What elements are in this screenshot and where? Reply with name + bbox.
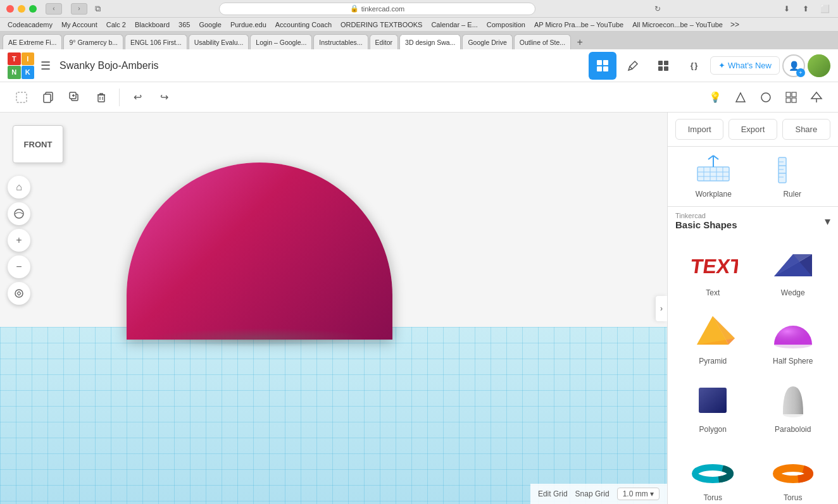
minimize-button[interactable]	[18, 5, 25, 13]
tab-instructables[interactable]: Instructables...	[313, 34, 368, 49]
whats-new-button[interactable]: ✦ What's New	[710, 56, 780, 75]
svg-rect-7	[664, 66, 668, 71]
bookmark-blackboard[interactable]: Blackboard	[131, 20, 173, 29]
project-name[interactable]: Swanky Bojo-Amberis	[59, 60, 159, 71]
tools-button[interactable]	[619, 52, 647, 80]
svg-rect-6	[658, 66, 663, 71]
share-button[interactable]: Share	[782, 119, 830, 140]
new-shape-button[interactable]	[10, 86, 33, 109]
duplicate-button[interactable]	[63, 86, 86, 109]
light-button[interactable]: 💡	[704, 86, 727, 109]
align-button[interactable]	[805, 86, 828, 109]
fit-view-button[interactable]	[8, 282, 30, 305]
redo-button[interactable]: ↪	[153, 86, 175, 109]
shape-text[interactable]: TEXT Text	[675, 238, 751, 301]
circle-outline-button[interactable]	[754, 86, 777, 109]
bookmark-codeacademy[interactable]: Codeacademy	[4, 20, 56, 29]
svg-point-19	[761, 93, 770, 102]
shape-pyramid-label: Pyramid	[699, 357, 727, 366]
import-button[interactable]: Import	[675, 119, 723, 140]
shape-torus-label: Torus	[704, 493, 722, 502]
collapse-panel-button[interactable]: ›	[656, 296, 667, 321]
bookmark-calendar[interactable]: Calendar – E...	[427, 20, 481, 29]
bookmark-ordering[interactable]: ORDERING TEXTBOOKS	[337, 20, 426, 29]
bookmark-microecon[interactable]: All Microecon...be – YouTube	[628, 20, 727, 29]
edit-grid-label[interactable]: Edit Grid	[538, 489, 568, 498]
tab-editor[interactable]: Editor	[370, 34, 398, 49]
logo-i: I	[22, 52, 35, 66]
shape-wedge[interactable]: Wedge	[756, 238, 831, 301]
bookmark-google[interactable]: Google	[195, 20, 225, 29]
share-os-icon[interactable]: ⬆	[799, 3, 813, 15]
shape-half-sphere[interactable]: Half Sphere	[756, 306, 831, 369]
back-button[interactable]: ‹	[46, 3, 62, 15]
toolbar-right: 💡	[704, 86, 828, 109]
shape-torus[interactable]: Torus	[675, 443, 751, 504]
components-button[interactable]	[649, 52, 677, 80]
new-tab-button[interactable]: +	[572, 35, 587, 49]
tab-engl[interactable]: ENGL 106 First...	[125, 34, 187, 49]
workplane-tool[interactable]: Workplane	[688, 154, 739, 199]
bookmark-composition[interactable]: Composition	[483, 20, 529, 29]
tab-outline[interactable]: Outline of Ste...	[514, 34, 571, 49]
close-button[interactable]	[6, 5, 14, 13]
right-panel: Import Export Share	[667, 113, 838, 504]
tinkercad-logo[interactable]: T I N K	[8, 52, 34, 79]
export-button[interactable]: Export	[729, 119, 777, 140]
copy-button[interactable]	[37, 86, 59, 109]
ruler-icon	[773, 154, 811, 186]
user-avatar[interactable]	[808, 54, 830, 77]
tab-login-google[interactable]: Login – Google...	[250, 34, 312, 49]
shape-outline-button[interactable]	[729, 86, 752, 109]
zoom-in-button[interactable]: +	[8, 229, 30, 252]
reload-button[interactable]: ↻	[651, 3, 665, 15]
code-button[interactable]: { }	[680, 52, 708, 80]
address-bar[interactable]: 🔒 tinkercad.com	[219, 3, 535, 15]
panel-tools: Workplane Ruler	[668, 147, 838, 207]
grid-toggle-button[interactable]	[780, 86, 803, 109]
grid-view-button[interactable]	[589, 52, 616, 80]
grid-overlay	[0, 327, 667, 504]
undo-button[interactable]: ↩	[126, 86, 149, 109]
shape-paraboloid[interactable]: Paraboloid	[756, 374, 831, 438]
bookmark-calc2[interactable]: Calc 2	[103, 20, 130, 29]
shapes-header: Tinkercad Basic Shapes ▾	[668, 207, 838, 233]
orbit-button[interactable]	[8, 202, 30, 225]
zoom-out-button[interactable]: −	[8, 255, 30, 278]
download-icon[interactable]: ⬇	[780, 3, 794, 15]
forward-button[interactable]: ›	[71, 3, 87, 15]
shape-pyramid[interactable]: Pyramid	[675, 306, 751, 369]
tab-ae-extreme[interactable]: AE Extreme Fi...	[3, 34, 62, 49]
url-text: tinkercad.com	[361, 5, 404, 13]
bookmark-365[interactable]: 365	[175, 20, 194, 29]
viewport[interactable]: FRONT ⌂ + −	[0, 113, 667, 504]
workplane-label: Workplane	[696, 190, 732, 199]
tab-usability[interactable]: Usability Evalu...	[189, 34, 249, 49]
bookmark-accounting[interactable]: Accounting Coach	[272, 20, 335, 29]
shapes-dropdown[interactable]: ▾	[825, 214, 830, 228]
svg-rect-5	[664, 61, 668, 65]
shapes-title: Basic Shapes	[675, 219, 737, 230]
tabs-bar: AE Extreme Fi... 9° Gramercy b... ENGL 1…	[0, 32, 838, 49]
shape-torus2[interactable]: Torus	[756, 443, 831, 504]
tab-3d-design[interactable]: 3D design Swa...	[399, 34, 461, 49]
ruler-tool[interactable]: Ruler	[767, 154, 818, 199]
snap-grid-value[interactable]: 1.0 mm ▾	[617, 488, 660, 500]
shape-polygon[interactable]: Polygon	[675, 374, 751, 438]
bookmark-ap-micro[interactable]: AP Micro Pra...be – YouTube	[530, 20, 627, 29]
svg-rect-4	[658, 61, 663, 65]
delete-button[interactable]	[90, 86, 113, 109]
tab-view-button[interactable]: ⧉	[91, 3, 104, 15]
add-user-button[interactable]: 👤 +	[782, 54, 805, 77]
bookmark-my-account[interactable]: My Account	[58, 20, 101, 29]
front-label: FRONT	[13, 125, 63, 163]
menu-icon[interactable]: ☰	[41, 59, 51, 73]
tab-google-drive[interactable]: Google Drive	[462, 34, 512, 49]
tab-gramercy[interactable]: 9° Gramercy b...	[63, 34, 123, 49]
app-header: T I N K ☰ Swanky Bojo-Amberis	[0, 49, 838, 82]
fullscreen-button[interactable]	[29, 5, 37, 13]
bookmark-purdue[interactable]: Purdue.edu	[227, 20, 270, 29]
home-view-button[interactable]: ⌂	[8, 176, 30, 199]
window-icon[interactable]: ⬜	[818, 3, 832, 15]
bookmarks-more[interactable]: >>	[728, 20, 742, 30]
